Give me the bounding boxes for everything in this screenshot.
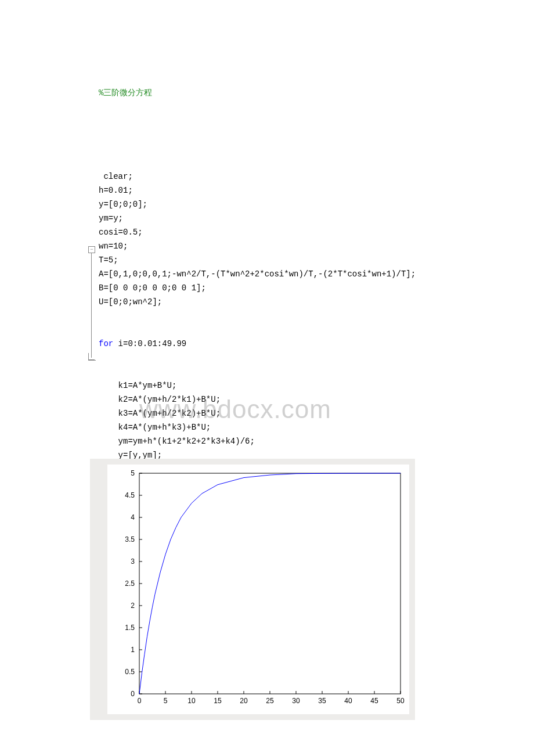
code-line: T=5; [99,253,416,267]
xtick-label: 50 [396,697,405,705]
ytick-label: 5 [131,469,135,477]
code-line: ym=y; [99,211,416,225]
fold-gutter-line [91,253,92,358]
ytick-label: 1 [131,646,135,654]
fold-gutter-end-icon [88,353,96,361]
xtick-label: 10 [187,697,196,705]
document-page: %三阶微分方程 clear;h=0.01;y=[0;0;0];ym=y;cosi… [0,0,534,756]
code-line: cosi=0.5; [99,225,416,239]
xtick-label: 40 [344,697,352,705]
ytick-label: 4 [131,513,135,521]
xtick-label: 35 [318,697,326,705]
xtick-label: 15 [214,697,222,705]
code-line: U=[0;0;wn^2]; [99,295,416,309]
xtick-label: 45 [370,697,378,705]
code-line-body: k1=A*ym+B*U; [99,379,416,393]
code-line: clear; [99,170,416,183]
ytick-label: 2 [131,602,135,610]
xtick-label: 0 [138,697,142,705]
xtick-label: 25 [266,697,274,705]
code-line: A=[0,1,0;0,0,1;-wn^2/T,-(T*wn^2+2*cosi*w… [99,267,416,281]
keyword-for: for [99,339,113,348]
xtick-label: 5 [164,697,168,705]
for-rest: i=0:0.01:49.99 [113,339,186,348]
xtick-label: 20 [240,697,248,705]
code-line-body: k2=A*(ym+h/2*k1)+B*U; [99,393,416,406]
ytick-label: 3.5 [125,535,135,543]
ytick-label: 0.5 [125,668,135,676]
chart-figure: 0510152025303540455000.511.522.533.544.5… [90,459,415,720]
code-line: wn=10; [99,239,416,253]
ytick-label: 0 [131,690,135,698]
code-line: B=[0 0 0;0 0 0;0 0 1]; [99,281,416,295]
axes-box [139,473,400,694]
chart-svg: 0510152025303540455000.511.522.533.544.5… [107,465,409,714]
code-line-body: k3=A*(ym+h/2*k2)+B*U; [99,406,416,420]
ytick-label: 3 [131,557,135,566]
code-line: y=[0;0;0]; [99,197,416,211]
code-line-body: ym=ym+h*(k1+2*k2+2*k3+k4)/6; [99,434,416,448]
code-comment: %三阶微分方程 [99,86,416,100]
fold-gutter-icon[interactable]: − [88,246,95,253]
code-line-body: k4=A*(ym+h*k3)+B*U; [99,420,416,434]
line-series [139,473,400,694]
code-for: for i=0:0.01:49.99 [99,337,416,351]
ytick-label: 1.5 [125,624,135,632]
code-line: h=0.01; [99,183,416,197]
chart-axes: 0510152025303540455000.511.522.533.544.5… [107,465,409,714]
xtick-label: 30 [292,697,300,705]
ytick-label: 2.5 [125,579,135,588]
ytick-label: 4.5 [125,491,135,499]
code-blank [99,128,416,142]
